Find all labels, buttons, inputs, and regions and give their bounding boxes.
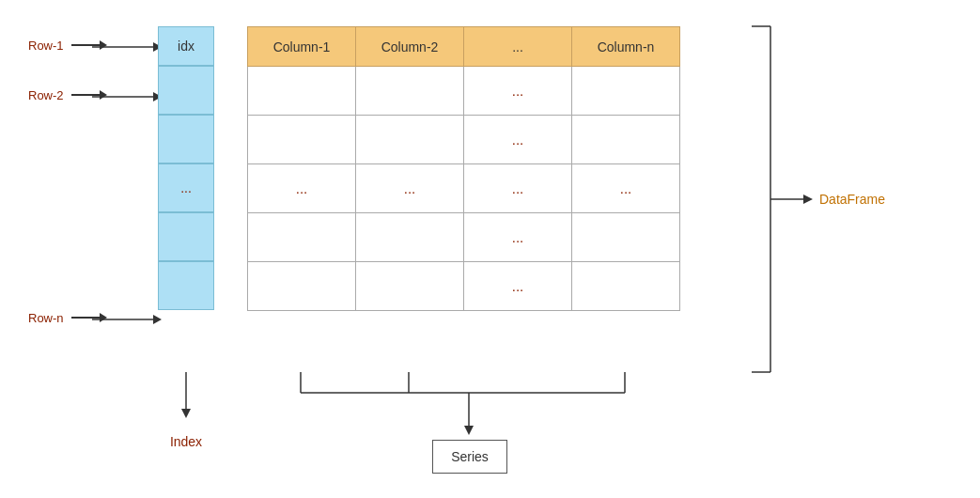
table-row-2: ... [248,116,680,164]
idx-header: idx [158,26,214,66]
cell-4-1 [248,213,356,262]
idx-cell-dots: ... [158,163,214,212]
table-row-dots: ... ... ... ... [248,164,680,213]
cell-d-dots: ... [464,164,572,213]
index-column: idx ... [158,26,214,310]
cell-2-1 [248,116,356,164]
svg-marker-5 [153,315,162,324]
table-row-1: ... [248,67,680,116]
idx-cell-4 [158,212,214,261]
table-row-4: ... [248,213,680,262]
cell-d-1: ... [248,164,356,213]
cell-d-2: ... [356,164,464,213]
cell-1-n [572,67,680,116]
dataframe-label: DataFrame [816,192,969,207]
svg-marker-7 [181,409,191,418]
row-n-text: Row-n [28,311,64,325]
cell-1-2 [356,67,464,116]
col-header-n: Column-n [572,27,680,67]
row-2-text: Row-2 [28,88,64,102]
row-1-text: Row-1 [28,39,64,53]
col-header-1: Column-1 [248,27,356,67]
row-label-1: Row-1 [28,39,100,53]
index-text: Index [170,434,202,449]
cell-4-dots: ... [464,213,572,262]
idx-cell-2 [158,115,214,163]
svg-marker-12 [803,195,813,204]
cell-n-n [572,262,680,311]
table-row-n: ... [248,262,680,311]
cell-n-1 [248,262,356,311]
idx-cell-1 [158,66,214,115]
cell-d-n: ... [572,164,680,213]
main-table: Column-1 Column-2 ... Column-n ... ... .… [247,26,680,311]
idx-cell-n [158,261,214,310]
cell-2-2 [356,116,464,164]
cell-1-dots: ... [464,67,572,116]
series-text: Series [451,449,489,464]
diagram-container: idx ... Column-1 Column-2 ... Column-n .… [0,0,980,498]
row-label-2: Row-2 [28,88,100,102]
series-box: Series [432,440,507,474]
cell-2-n [572,116,680,164]
dataframe-text: DataFrame [819,192,885,207]
cell-n-dots: ... [464,262,572,311]
col-header-2: Column-2 [356,27,464,67]
svg-marker-18 [464,426,474,435]
index-label: Index [158,434,214,449]
cell-4-n [572,213,680,262]
cell-1-1 [248,67,356,116]
cell-n-2 [356,262,464,311]
row-label-n: Row-n [28,311,100,325]
cell-2-dots: ... [464,116,572,164]
cell-4-2 [356,213,464,262]
col-header-dots: ... [464,27,572,67]
